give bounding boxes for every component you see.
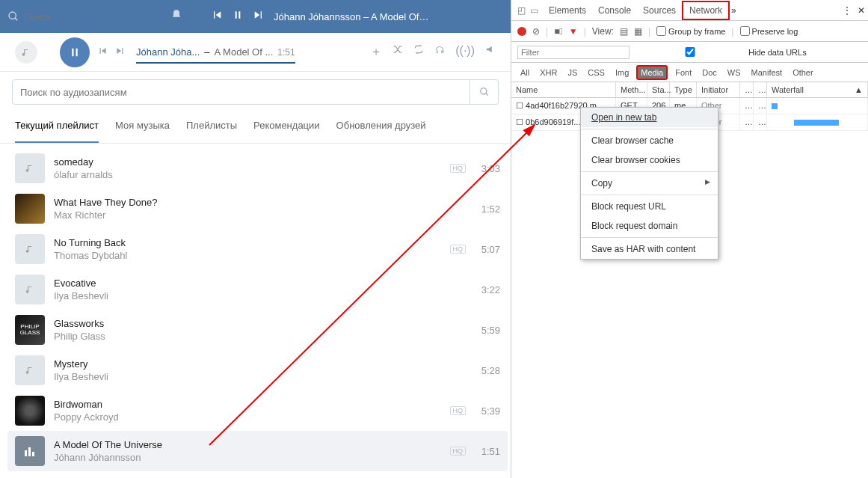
audio-search-box[interactable] <box>12 79 470 105</box>
track-artist: Ilya Beshevli <box>54 290 473 301</box>
audio-search-input[interactable] <box>20 87 462 98</box>
tab-3[interactable]: Рекомендации <box>253 109 320 143</box>
track-row[interactable]: PHILIPGLASSGlassworksPhilip Glass5:59 <box>7 310 508 350</box>
col-dots1[interactable]: … <box>740 82 754 97</box>
filter-icon[interactable]: ▼ <box>569 26 578 37</box>
record-button[interactable] <box>517 27 526 36</box>
next-track-icon[interactable] <box>253 9 265 24</box>
hide-data-urls-checkbox[interactable]: Hide data URLs <box>634 47 807 57</box>
devtools-tab-console[interactable]: Console <box>592 2 637 19</box>
add-icon[interactable]: ＋ <box>370 44 382 60</box>
tab-4[interactable]: Обновления друзей <box>336 109 426 143</box>
audio-search-button[interactable] <box>470 79 499 105</box>
group-by-frame-checkbox[interactable]: Group by frame <box>656 26 725 36</box>
devtools-menu-icon[interactable]: ⋮ <box>838 5 856 16</box>
type-filter-media[interactable]: Media <box>636 65 668 80</box>
col-waterfall[interactable]: Waterfall ▲ <box>767 82 868 97</box>
devtools-tab-network[interactable]: Network <box>682 1 730 20</box>
menu-item[interactable]: Block request domain <box>581 216 718 236</box>
col-name[interactable]: Name <box>511 82 616 97</box>
hq-badge: HQ <box>450 245 467 254</box>
pause-icon[interactable] <box>232 9 244 24</box>
hq-badge: HQ <box>450 406 467 415</box>
prev-track-icon[interactable] <box>211 9 223 24</box>
type-filter-ws[interactable]: WS <box>724 67 744 79</box>
tab-2[interactable]: Плейлисты <box>186 109 237 143</box>
type-filter-js[interactable]: JS <box>564 67 580 79</box>
inspect-icon[interactable]: ◰ <box>517 5 526 16</box>
track-row[interactable]: EvocativeIlya Beshevli3:22 <box>7 269 508 310</box>
search-icon <box>7 10 19 22</box>
view-large-icon[interactable]: ▤ <box>620 26 628 37</box>
device-icon[interactable]: ▭ <box>530 5 538 16</box>
devtools-close-icon[interactable]: ✕ <box>858 5 865 16</box>
track-title: No Turning Back <box>54 237 450 248</box>
prev-icon[interactable] <box>97 46 108 59</box>
menu-item[interactable]: Save as HAR with content <box>581 239 718 259</box>
play-pause-button[interactable] <box>60 37 90 67</box>
track-title: Mystery <box>54 358 473 370</box>
track-row[interactable]: BirdwomanPoppy AckroydHQ5:39 <box>7 390 508 431</box>
type-filter-css[interactable]: CSS <box>585 67 608 79</box>
col-method[interactable]: Meth... <box>616 82 647 97</box>
menu-item[interactable]: Clear browser cache <box>581 131 718 150</box>
col-initiator[interactable]: Initiator <box>697 82 740 97</box>
track-duration: 1:51 <box>473 446 500 457</box>
track-row[interactable]: somedayólafur arnaldsHQ3:03 <box>7 148 508 189</box>
type-filter-all[interactable]: All <box>517 67 532 79</box>
megaphone-icon[interactable] <box>485 44 496 60</box>
network-toolbar: ⊘ | ■ͥ ▼ | View: ▤ ▦ | Group by frame | … <box>511 21 868 42</box>
playlist: somedayólafur arnaldsHQ3:03What Have The… <box>0 144 511 478</box>
menu-item[interactable]: Open in new tab <box>581 108 718 127</box>
track-duration: 5:07 <box>473 244 500 255</box>
preserve-log-checkbox[interactable]: Preserve log <box>740 26 798 36</box>
menu-item[interactable]: Block request URL <box>581 197 718 216</box>
col-type[interactable]: Type <box>670 82 697 97</box>
type-filter-xhr[interactable]: XHR <box>537 67 560 79</box>
camera-icon[interactable]: ■ͥ <box>554 26 563 37</box>
svg-rect-4 <box>25 450 27 456</box>
track-row[interactable]: What Have They Done?Max Richter1:52 <box>7 189 508 229</box>
type-filter-doc[interactable]: Doc <box>699 67 720 79</box>
tab-0[interactable]: Текущий плейлист <box>15 109 99 143</box>
type-filter-font[interactable]: Font <box>672 67 695 79</box>
next-icon[interactable] <box>115 46 126 59</box>
notifications-icon[interactable] <box>170 9 182 24</box>
track-cover: PHILIPGLASS <box>15 315 45 345</box>
music-section-icon[interactable] <box>15 41 37 64</box>
type-filter-img[interactable]: Img <box>612 67 632 79</box>
devtools-tab-elements[interactable]: Elements <box>543 2 592 19</box>
global-search-input[interactable] <box>24 11 144 22</box>
track-row[interactable]: MysteryIlya Beshevli5:28 <box>7 350 508 390</box>
req-waterfall <box>767 114 868 130</box>
req-waterfall <box>767 98 868 114</box>
view-overview-icon[interactable]: ▦ <box>634 26 642 37</box>
network-grid-body: ☐ 4ad40f16b27920.m...GET206me...Other……☐… <box>511 98 868 478</box>
type-filter-other[interactable]: Other <box>789 67 816 79</box>
devtools-tabs: ◰ ▭ ElementsConsoleSourcesNetwork » ⋮ ✕ <box>511 0 868 21</box>
player-bar: Jóhann Jóha... – A Model Of ... 1:51 ＋ (… <box>0 33 511 72</box>
track-row[interactable]: No Turning BackThomas DybdahlHQ5:07 <box>7 229 508 269</box>
filter-input[interactable] <box>517 46 630 59</box>
track-row[interactable]: A Model Of The UniverseJóhann Jóhannsson… <box>7 431 508 471</box>
repeat-icon[interactable] <box>413 44 424 60</box>
global-search[interactable] <box>7 10 164 22</box>
col-dots2[interactable]: … <box>754 82 767 97</box>
type-filter-manifest[interactable]: Manifest <box>748 67 786 79</box>
menu-item[interactable]: Copy <box>581 174 718 193</box>
clear-icon[interactable]: ⊘ <box>532 26 540 37</box>
svg-point-2 <box>480 88 486 94</box>
context-menu: Open in new tabClear browser cacheClear … <box>580 107 718 260</box>
current-artist[interactable]: Jóhann Jóha... <box>136 46 200 58</box>
track-duration: 3:03 <box>473 163 500 174</box>
more-tabs-icon[interactable]: » <box>731 5 736 16</box>
shuffle-icon[interactable] <box>393 44 403 60</box>
hq-badge: HQ <box>450 447 467 456</box>
header-now-playing: Jóhann Jóhannsson – A Model Of T... <box>274 11 431 22</box>
tab-1[interactable]: Моя музыка <box>115 109 170 143</box>
devtools-tab-sources[interactable]: Sources <box>637 2 682 19</box>
col-status[interactable]: Sta... <box>647 82 670 97</box>
broadcast-icon[interactable]: ((·)) <box>455 44 475 60</box>
headphones-icon[interactable] <box>434 44 445 60</box>
menu-item[interactable]: Clear browser cookies <box>581 150 718 170</box>
